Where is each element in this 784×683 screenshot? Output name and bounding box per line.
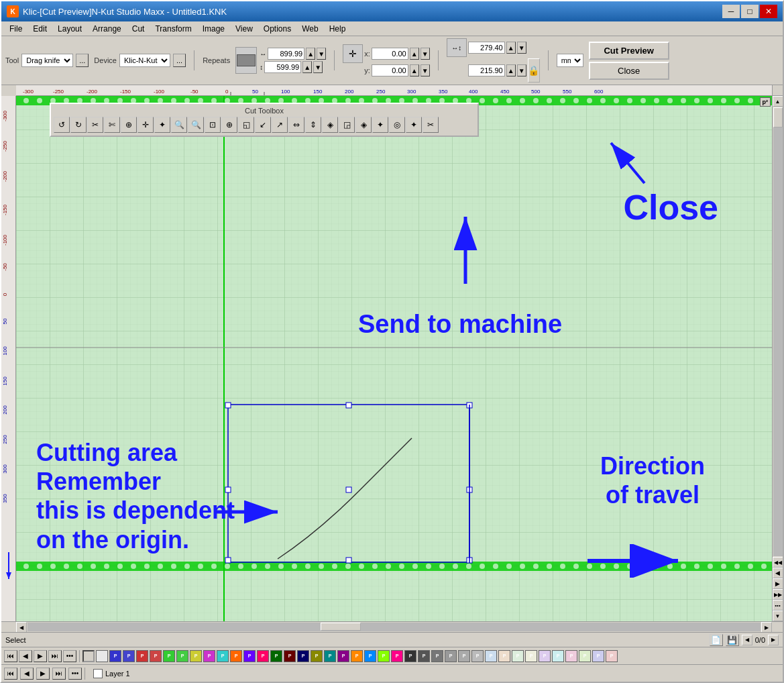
y-up-btn[interactable]: ▲ [410, 64, 419, 76]
swatch-amber[interactable]: P [351, 650, 363, 662]
height-input[interactable]: 599.99 [264, 61, 301, 73]
status-icon1[interactable]: 📄 [710, 634, 723, 646]
scroll-right-extra1[interactable]: ◀◀ [773, 557, 783, 568]
status-nav-left[interactable]: ◀ [742, 635, 752, 645]
swatch-skyblue[interactable]: P [364, 650, 376, 662]
tb-zoom-in[interactable]: 🔍 [171, 117, 187, 133]
swatch-misc4[interactable]: P [525, 650, 537, 662]
h-down-btn[interactable]: ▼ [517, 64, 526, 76]
tb-cut2[interactable]: ✄ [104, 117, 120, 133]
tb-move4[interactable]: ⇕ [305, 117, 321, 133]
x-up-btn[interactable]: ▲ [410, 48, 419, 60]
h-up-btn[interactable]: ▲ [506, 64, 516, 76]
swatch-red2[interactable]: P [150, 650, 162, 662]
drawing-canvas[interactable]: Cut Toolbox ↺ ↻ ✂ ✄ ⊕ ✛ ✦ 🔍 [16, 96, 772, 621]
x-down-btn[interactable]: ▼ [421, 48, 430, 60]
swatch-lightgray[interactable]: P [445, 650, 457, 662]
scroll-track-v[interactable] [773, 107, 783, 556]
status-nav-right[interactable]: ▶ [768, 635, 779, 645]
width-down-btn[interactable]: ▼ [317, 48, 326, 60]
scroll-left-btn[interactable]: ◀ [16, 622, 27, 632]
swatch-empty[interactable] [82, 650, 95, 662]
y-down-btn[interactable]: ▼ [421, 64, 430, 76]
play-extra-btn[interactable]: ••• [63, 650, 76, 662]
maximize-button[interactable]: □ [741, 5, 759, 18]
w-input[interactable]: 279.40 [468, 42, 505, 54]
swatch-misc1[interactable]: P [485, 650, 497, 662]
layer-checkbox[interactable] [93, 669, 103, 678]
scroll-right-extra2[interactable]: ◀ [773, 568, 783, 578]
unit-select[interactable]: mm in [557, 54, 583, 67]
tb-copy3[interactable]: ◈ [355, 117, 372, 133]
w-down-btn[interactable]: ▼ [517, 42, 526, 54]
scroll-right-extra5[interactable]: ••• [773, 600, 783, 611]
play-end-btn[interactable]: ⏭ [48, 650, 62, 662]
swatch-red1[interactable]: P [136, 650, 148, 662]
height-up-btn[interactable]: ▲ [302, 61, 312, 73]
swatch-misc3[interactable]: P [512, 650, 524, 662]
tb-copy2[interactable]: ◲ [339, 117, 355, 133]
swatch-olive[interactable]: P [311, 650, 323, 662]
scroll-thumb-h[interactable] [321, 623, 361, 631]
swatch-purple[interactable]: P [203, 650, 215, 662]
menu-layout[interactable]: Layout [52, 23, 87, 35]
close-button[interactable]: Close [589, 62, 669, 80]
tb-copy4[interactable]: ✦ [372, 117, 388, 133]
swatch-magenta[interactable]: P [337, 650, 349, 662]
swatch-darkgray[interactable]: P [404, 650, 416, 662]
swatch-cyan[interactable]: P [217, 650, 229, 662]
height-down-btn[interactable]: ▼ [313, 61, 323, 73]
close-window-button[interactable]: ✕ [760, 5, 777, 18]
device-select[interactable]: Klic-N-Kut [119, 54, 170, 67]
swatch-misc5[interactable]: P [539, 650, 551, 662]
swatch-misc9[interactable]: P [592, 650, 604, 662]
tb-move3[interactable]: ⇔ [288, 117, 304, 133]
swatch-green2[interactable]: P [176, 650, 188, 662]
layer-extra-btn[interactable]: ••• [68, 668, 82, 680]
swatch-gray[interactable]: P [418, 650, 430, 662]
lock-aspect-btn[interactable]: 🔒 [528, 58, 540, 83]
tb-scissors[interactable]: ✂ [423, 117, 439, 133]
swatch-misc7[interactable]: P [565, 650, 577, 662]
play-prev-btn[interactable]: ◀ [19, 650, 32, 662]
play-next-btn[interactable]: ▶ [34, 650, 47, 662]
layer-next-btn[interactable]: ▶ [36, 668, 50, 680]
menu-image[interactable]: Image [197, 23, 230, 35]
menu-file[interactable]: File [4, 23, 27, 35]
device-options-btn[interactable]: ... [173, 54, 186, 67]
scroll-right-btn[interactable]: ▶ [761, 622, 772, 632]
menu-view[interactable]: View [230, 23, 258, 35]
swatch-darkgreen[interactable]: P [270, 650, 282, 662]
tool-select[interactable]: Drag knife [21, 54, 73, 67]
tb-copy1[interactable]: ◈ [322, 117, 338, 133]
scroll-right-extra3[interactable]: ▶ [773, 578, 783, 589]
swatch-blue1[interactable]: P [109, 650, 121, 662]
tb-extra1[interactable]: ◎ [389, 117, 405, 133]
minimize-button[interactable]: ─ [722, 5, 740, 18]
w-up-btn[interactable]: ▲ [506, 42, 516, 54]
tb-move1[interactable]: ↙ [255, 117, 271, 133]
swatch-violet[interactable]: P [243, 650, 256, 662]
tb-zoom3[interactable]: ◱ [238, 117, 254, 133]
swatch-lime[interactable]: P [378, 650, 390, 662]
menu-transform[interactable]: Transform [150, 23, 197, 35]
swatch-misc10[interactable]: P [606, 650, 618, 662]
swatch-green1[interactable]: P [163, 650, 175, 662]
swatch-misc6[interactable]: P [552, 650, 564, 662]
scroll-up-btn[interactable]: ▲ [773, 96, 783, 107]
x-input[interactable]: 0.00 [372, 48, 408, 60]
swatch-hotpink[interactable]: P [391, 650, 403, 662]
swatch-misc2[interactable]: P [498, 650, 510, 662]
tb-move2[interactable]: ↗ [272, 117, 288, 133]
h-input[interactable]: 215.90 [468, 64, 505, 76]
layer-start-btn[interactable]: ⏮ [4, 668, 17, 680]
tb-redo[interactable]: ↻ [70, 117, 87, 133]
scroll-thumb-v[interactable] [773, 107, 783, 127]
menu-edit[interactable]: Edit [27, 23, 52, 35]
menu-arrange[interactable]: Arrange [87, 23, 127, 35]
scroll-track-h[interactable] [27, 623, 761, 631]
tb-undo[interactable]: ↺ [54, 117, 70, 133]
tb-star[interactable]: ✦ [154, 117, 170, 133]
swatch-darkblue[interactable]: P [297, 650, 309, 662]
swatch-white[interactable] [96, 650, 108, 662]
